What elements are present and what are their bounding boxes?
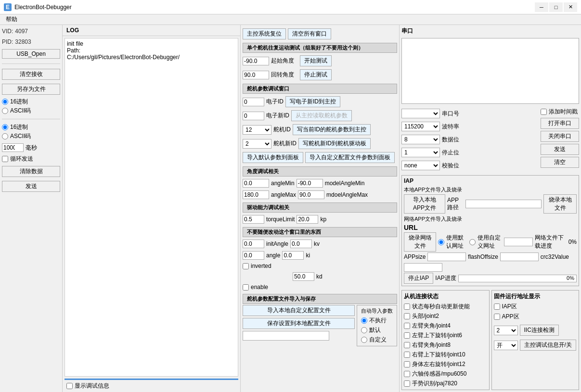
write-elec-id-button[interactable]: 写电子新ID到主控 <box>285 96 340 107</box>
auto-import-custom-radio[interactable]: 自定义 <box>361 336 393 344</box>
master-debug-toggle-button[interactable]: 主控调试信息开/关 <box>520 340 576 351</box>
right-arm-joint8-check[interactable]: 右臂夹角/joint8 <box>404 341 487 349</box>
interval-input[interactable] <box>2 143 24 152</box>
divider2 <box>2 119 60 119</box>
init-angle-input[interactable] <box>243 240 264 248</box>
angle2-input[interactable] <box>243 251 264 260</box>
master-debug-row: 开 主控调试信息开/关 <box>494 340 577 351</box>
read-from-master-button[interactable]: 从主控读取舵机参数 <box>291 110 352 121</box>
firmware-title: 固件运行地址显示 <box>494 292 577 301</box>
save-to-file-button[interactable]: 另存为文件 <box>2 84 60 95</box>
right-arm-upper-rotate-check[interactable]: 右臂上下旋转/joint10 <box>404 351 487 359</box>
clear-receive-button[interactable]: 清空接收 <box>2 69 60 80</box>
angle-min-row: angleMin modelAngleMin <box>243 179 397 188</box>
angle-max-input[interactable] <box>243 190 269 199</box>
write-new-id-button[interactable]: 写舵机新ID到舵机驱动板 <box>298 138 371 149</box>
model-angle-max-input[interactable] <box>298 190 324 199</box>
close-port-button[interactable]: 关闭串口 <box>541 131 579 142</box>
custom-addr-input[interactable] <box>504 238 533 246</box>
iap-zone-check[interactable]: IAP区 <box>494 303 577 311</box>
open-port-button[interactable]: 打开串口 <box>541 118 579 129</box>
kd-input[interactable] <box>293 272 314 281</box>
auto-import-no-exec-radio[interactable]: 不执行 <box>361 316 393 325</box>
import-local-app-button[interactable]: 导入本地APP文件 <box>404 194 445 214</box>
servo-id-select[interactable]: 12 <box>243 125 271 135</box>
return-angle-input[interactable] <box>243 71 269 79</box>
config-panel: 主控系统复位 清空所有窗口 单个舵机往复运动测试（组装好了不要用这个则） 起始角… <box>241 25 400 392</box>
kp-input[interactable] <box>297 215 318 224</box>
head-joint2-check[interactable]: 头部/joint2 <box>404 312 487 320</box>
start-angle-row: 起始角度 开始测试 <box>243 55 397 66</box>
ki-input[interactable] <box>282 251 304 260</box>
baudrate-select[interactable]: 115200 <box>401 122 440 131</box>
gesture-recognition-check[interactable]: 手势识别/paj7820 <box>404 379 487 388</box>
status-auto-update-check[interactable]: 状态每秒自动更新使能 <box>404 303 487 311</box>
body-left-right-check[interactable]: 身体左右旋转/joint12 <box>404 360 487 368</box>
open-select[interactable]: 开 <box>494 341 518 350</box>
save-local-config-button[interactable]: 保存设置到本地配置文件 <box>243 318 355 329</box>
angle-min-input[interactable] <box>243 179 269 188</box>
ascii-receive-radio[interactable]: ASCII码 <box>2 107 60 115</box>
six-axis-sensor-check[interactable]: 六轴传感器/mpu6050 <box>404 370 487 378</box>
maximize-button[interactable]: □ <box>549 2 563 12</box>
import-custom-button[interactable]: 导入自定义配置文件参数到面板 <box>305 152 395 163</box>
import-local-config-button[interactable]: 导入本地自定义配置文件 <box>243 305 355 316</box>
electronic-new-id-input[interactable] <box>243 112 264 120</box>
send-button[interactable]: 发送 <box>2 181 60 192</box>
flash-offset-input[interactable] <box>500 253 539 261</box>
kv-input[interactable] <box>290 240 312 248</box>
master-reset-button[interactable]: 主控系统复位 <box>243 28 286 39</box>
left-arm-elbow-check[interactable]: 左臂夹角/joint4 <box>404 322 487 330</box>
app-path-input[interactable] <box>465 200 542 208</box>
electronic-id-input[interactable] <box>243 98 264 106</box>
use-default-addr-radio[interactable]: 使用默认网址 <box>438 234 467 250</box>
write-current-button[interactable]: 写当前ID的舵机参数到主控 <box>293 124 371 135</box>
config-file-input[interactable] <box>243 331 329 341</box>
inverted-check[interactable]: inverted <box>243 263 271 269</box>
serial-port-row: 串口号 <box>401 109 537 118</box>
import-default-button[interactable]: 导入默认参数到面板 <box>243 152 303 163</box>
app-zone-check[interactable]: APP区 <box>494 313 577 321</box>
serial-send-button[interactable]: 发送 <box>541 144 579 155</box>
iic-select[interactable]: 2 <box>494 326 518 335</box>
auto-import-title: 自动导入参数 <box>361 307 393 315</box>
use-custom-addr-radio[interactable]: 使用自定义网址 <box>469 234 503 250</box>
clear-all-windows-button[interactable]: 清空所有窗口 <box>288 28 331 39</box>
start-test-button[interactable]: 开始测试 <box>300 55 332 66</box>
serial-port-select[interactable] <box>401 109 440 118</box>
add-timestamp-check[interactable]: 添加时间戳 <box>541 108 579 116</box>
ascii-send-radio[interactable]: ASCII码 <box>2 132 60 140</box>
torque-limit-input[interactable] <box>243 215 264 224</box>
usb-open-button[interactable]: USB_Open <box>2 49 60 59</box>
parity-select[interactable]: none <box>401 161 440 170</box>
serial-log-area[interactable] <box>401 38 579 104</box>
databits-select[interactable]: 8 <box>401 135 440 144</box>
clear-data-button[interactable]: 清除数据 <box>2 166 60 177</box>
menu-help[interactable]: 帮助 <box>2 14 21 25</box>
download-percent: 0% <box>568 239 577 245</box>
model-angle-min-input[interactable] <box>297 179 323 188</box>
iap-section: IAP 本地APP文件导入及烧录 导入本地APP文件 APP路径 烧录本地文件 … <box>401 175 579 286</box>
iic-detect-button[interactable]: IIC连接检测 <box>520 325 559 336</box>
burn-network-button[interactable]: 烧录网络文件 <box>404 232 436 252</box>
servo-new-id-select[interactable]: 2 <box>243 139 271 149</box>
serial-right-controls: 添加时间戳 打开串口 关闭串口 发送 清空 <box>541 108 579 168</box>
stop-test-button[interactable]: 停止测试 <box>300 69 332 80</box>
start-angle-input[interactable] <box>243 57 269 65</box>
stop-iap-button[interactable]: 停止IAP <box>404 273 433 284</box>
enable-check[interactable]: enable <box>243 284 268 291</box>
app-size-input[interactable] <box>427 253 466 261</box>
hex-send-radio[interactable]: 16进制 <box>2 123 60 131</box>
stopbits-select[interactable]: 1 <box>401 148 440 157</box>
show-debug-check[interactable]: 显示调试信息 <box>66 382 109 390</box>
hex-receive-radio[interactable]: 16进制 <box>2 98 60 106</box>
crc32-input[interactable] <box>404 263 442 272</box>
left-arm-upper-rotate-check[interactable]: 左臂上下旋转/joint6 <box>404 331 487 340</box>
close-button[interactable]: ✕ <box>564 2 577 12</box>
serial-clear-button[interactable]: 清空 <box>541 157 579 168</box>
auto-import-default-radio[interactable]: 默认 <box>361 326 393 334</box>
burn-local-button[interactable]: 烧录本地文件 <box>543 194 577 214</box>
pid-label: PID: <box>2 38 13 45</box>
loop-send-check[interactable]: 循环发送 <box>2 155 60 163</box>
minimize-button[interactable]: ─ <box>535 2 548 12</box>
